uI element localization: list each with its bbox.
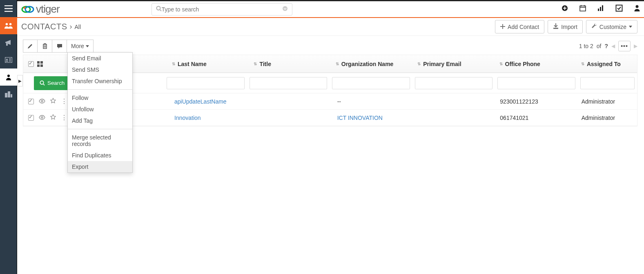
svg-point-30 bbox=[41, 100, 43, 102]
menu-find-duplicates[interactable]: Find Duplicates bbox=[68, 150, 132, 161]
grid-toggle-icon[interactable] bbox=[37, 61, 43, 67]
cell-assigned: Administrator bbox=[578, 98, 637, 105]
svg-point-1 bbox=[9, 23, 11, 26]
page-next[interactable]: ▶ bbox=[634, 43, 637, 49]
menu-unfollow[interactable]: Unfollow bbox=[68, 104, 132, 115]
cell-phone: 923001122123 bbox=[497, 98, 578, 105]
nav-building[interactable] bbox=[0, 86, 17, 103]
nav-card[interactable] bbox=[0, 51, 17, 68]
chevron-down-icon[interactable] bbox=[282, 6, 288, 13]
edit-button[interactable] bbox=[23, 40, 38, 53]
expand-panel-icon[interactable]: ▶ bbox=[17, 75, 23, 86]
svg-point-16 bbox=[283, 6, 287, 11]
sort-icon: ⇅ bbox=[581, 62, 584, 66]
menu-separator bbox=[68, 129, 132, 129]
comment-button[interactable] bbox=[52, 40, 67, 53]
user-icon[interactable] bbox=[634, 5, 640, 13]
col-phone[interactable]: ⇅Office Phone bbox=[496, 55, 578, 73]
search-button-label: Search bbox=[47, 80, 65, 86]
nav-contacts[interactable] bbox=[0, 17, 17, 34]
tasks-icon[interactable] bbox=[615, 4, 623, 14]
menu-export[interactable]: Export bbox=[68, 161, 132, 172]
menu-send-email[interactable]: Send Email bbox=[68, 53, 132, 64]
plus-icon bbox=[500, 24, 505, 30]
cell-phone: 061741021 bbox=[497, 115, 578, 121]
global-search[interactable] bbox=[152, 3, 292, 15]
menu-merge[interactable]: Merge selected records bbox=[68, 132, 132, 150]
nav-person[interactable] bbox=[0, 68, 17, 86]
chevron-down-icon bbox=[629, 26, 632, 28]
module-title: CONTACTS bbox=[21, 22, 67, 31]
delete-button[interactable] bbox=[38, 40, 52, 53]
reports-icon[interactable] bbox=[597, 5, 604, 13]
col-assigned[interactable]: ⇅Assigned To bbox=[578, 55, 637, 73]
select-all-checkbox[interactable] bbox=[28, 61, 34, 67]
cell-org[interactable]: ICT INNOVATION bbox=[334, 115, 415, 121]
sort-icon: ⇅ bbox=[499, 62, 503, 66]
row-checkbox[interactable] bbox=[28, 99, 34, 104]
eye-icon[interactable] bbox=[39, 115, 45, 121]
col-title[interactable]: ⇅Title bbox=[250, 55, 332, 73]
more-icon[interactable]: ⋮ bbox=[61, 115, 67, 121]
import-label: Import bbox=[561, 24, 577, 30]
nav-campaigns[interactable] bbox=[0, 34, 17, 51]
svg-rect-18 bbox=[580, 6, 586, 11]
eye-icon[interactable] bbox=[39, 98, 45, 105]
more-icon[interactable]: ⋮ bbox=[61, 98, 67, 105]
star-icon[interactable] bbox=[50, 114, 56, 121]
page-of: of bbox=[597, 43, 602, 49]
calendar-icon[interactable] bbox=[579, 5, 586, 13]
customize-button[interactable]: Customize bbox=[586, 20, 637, 33]
download-icon bbox=[553, 23, 559, 30]
svg-rect-10 bbox=[11, 94, 12, 97]
add-contact-label: Add Contact bbox=[508, 24, 539, 30]
star-icon[interactable] bbox=[50, 98, 56, 105]
menu-separator bbox=[68, 89, 132, 90]
row-checkbox[interactable] bbox=[28, 115, 34, 121]
filter-org[interactable] bbox=[330, 77, 412, 89]
breadcrumb-filter[interactable]: All bbox=[75, 24, 81, 30]
menu-transfer-ownership[interactable]: Transfer Ownership bbox=[68, 75, 132, 87]
add-icon[interactable] bbox=[562, 5, 568, 13]
cell-last-name[interactable]: apiUpdateLastName bbox=[171, 98, 252, 105]
col-email[interactable]: ⇅Primary Email bbox=[414, 55, 496, 73]
sort-icon: ⇅ bbox=[254, 62, 257, 66]
global-search-input[interactable] bbox=[162, 6, 282, 13]
menu-icon[interactable] bbox=[0, 0, 17, 17]
more-dropdown: Send Email Send SMS Transfer Ownership F… bbox=[67, 52, 133, 173]
filter-email[interactable] bbox=[412, 77, 495, 89]
chevron-down-icon bbox=[86, 45, 89, 47]
svg-point-14 bbox=[156, 7, 160, 10]
menu-send-sms[interactable]: Send SMS bbox=[68, 64, 132, 75]
col-organization[interactable]: ⇅Organization Name bbox=[332, 55, 414, 73]
import-button[interactable]: Import bbox=[548, 20, 583, 33]
menu-add-tag[interactable]: Add Tag bbox=[68, 115, 132, 126]
menu-follow[interactable]: Follow bbox=[68, 92, 132, 104]
svg-point-0 bbox=[5, 23, 8, 26]
svg-rect-24 bbox=[602, 5, 603, 11]
filter-phone[interactable] bbox=[495, 77, 577, 89]
page-total: ? bbox=[604, 43, 608, 49]
logo-text: vtiger bbox=[36, 3, 60, 15]
filter-assigned[interactable] bbox=[578, 77, 637, 89]
page-menu[interactable]: ••• bbox=[618, 41, 631, 51]
search-button[interactable]: Search bbox=[34, 76, 70, 90]
page-prev[interactable]: ◀ bbox=[611, 43, 615, 49]
filter-last-name[interactable] bbox=[164, 77, 247, 89]
svg-rect-9 bbox=[8, 91, 10, 97]
sort-icon: ⇅ bbox=[336, 62, 339, 66]
cell-last-name[interactable]: Innovation bbox=[171, 115, 252, 121]
col-last-name[interactable]: ⇅Last Name bbox=[169, 55, 250, 73]
svg-point-3 bbox=[6, 59, 8, 60]
filter-title[interactable] bbox=[247, 77, 330, 89]
page-range: 1 to 2 bbox=[579, 43, 593, 49]
svg-rect-25 bbox=[616, 5, 622, 11]
cell-assigned: Administrator bbox=[578, 115, 637, 121]
sort-icon: ⇅ bbox=[417, 62, 421, 66]
svg-rect-27 bbox=[553, 28, 558, 29]
more-button[interactable]: More bbox=[67, 40, 94, 53]
wrench-icon bbox=[591, 23, 597, 30]
logo[interactable]: vtiger bbox=[20, 3, 60, 15]
search-icon bbox=[156, 6, 162, 13]
add-contact-button[interactable]: Add Contact bbox=[495, 20, 544, 33]
